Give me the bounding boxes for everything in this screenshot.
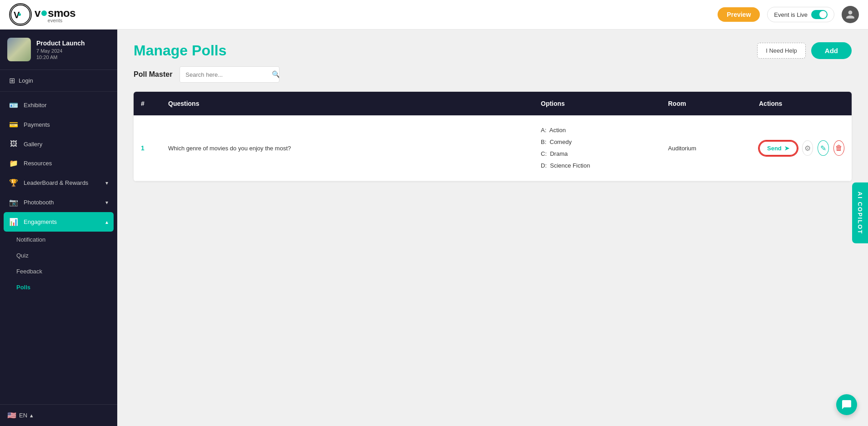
event-live-label: Event is Live [774, 11, 808, 18]
sidebar-sub-notification[interactable]: Notification [16, 232, 117, 248]
resources-icon: 📁 [9, 159, 18, 168]
flag-icon: 🇺🇸 [7, 411, 16, 420]
payments-icon: 💳 [9, 120, 18, 129]
col-header-room: Room [661, 92, 752, 115]
col-header-actions: Actions [752, 92, 852, 115]
settings-button[interactable]: ⚙ [802, 140, 813, 156]
col-header-options: Options [534, 92, 661, 115]
event-title: Product Launch [36, 39, 85, 47]
photobooth-icon: 📷 [9, 198, 18, 207]
content-header: Manage Polls I Need Help Add [117, 30, 868, 66]
search-wrap: 🔍 [180, 66, 279, 83]
sidebar-footer: 🇺🇸 EN ▴ [0, 404, 117, 426]
login-label: Login [19, 77, 33, 84]
leaderboard-icon: 🏆 [9, 178, 18, 187]
delete-button[interactable]: 🗑 [833, 140, 844, 156]
table-header: # Questions Options Room Actions [134, 92, 852, 115]
ai-copilot-tab[interactable]: AI COPILOT [852, 183, 868, 243]
engagments-submenu: Notification Quiz Feedback Polls [0, 232, 117, 295]
send-icon: ➤ [784, 145, 789, 152]
send-button[interactable]: Send ➤ [759, 141, 798, 156]
page-title: Manage Polls [134, 42, 227, 59]
login-icon: ⊞ [9, 76, 15, 85]
live-toggle-switch[interactable] [811, 10, 828, 19]
logo: V v●smos events [9, 3, 75, 26]
toggle-knob [819, 11, 827, 18]
sidebar-item-leaderboard[interactable]: 🏆 LeaderBoard & Rewards ▾ [0, 173, 117, 193]
sidebar-item-exhibitor[interactable]: 🪪 Exhibitor [0, 95, 117, 115]
row-room: Auditorium [661, 136, 752, 161]
option-d: D: Science Fiction [541, 160, 653, 172]
sidebar-item-gallery[interactable]: 🖼 Gallery [0, 134, 117, 154]
sidebar-sub-feedback[interactable]: Feedback [16, 263, 117, 279]
event-time: 10:20 AM [36, 54, 85, 60]
sidebar-item-engagments[interactable]: 📊 Engagments ▴ [4, 212, 114, 232]
row-number: 1 [134, 135, 161, 161]
gallery-label: Gallery [24, 141, 108, 148]
help-button[interactable]: I Need Help [757, 43, 806, 59]
sidebar-navigation: 🪪 Exhibitor 💳 Payments 🖼 Gallery 📁 Resou… [0, 92, 117, 404]
engagments-arrow-icon: ▴ [105, 219, 108, 225]
poll-master-row: Poll Master 🔍 [117, 66, 868, 92]
leaderboard-label: LeaderBoard & Rewards [24, 179, 100, 186]
logo-icon: V [9, 3, 32, 26]
exhibitor-label: Exhibitor [24, 102, 108, 109]
event-thumbnail [7, 38, 31, 61]
header-actions: I Need Help Add [757, 42, 852, 59]
photobooth-label: Photobooth [24, 199, 100, 206]
engagments-icon: 📊 [9, 218, 18, 226]
chat-bubble[interactable] [836, 394, 857, 415]
resources-label: Resources [24, 160, 108, 167]
add-button[interactable]: Add [811, 42, 852, 59]
col-header-questions: Questions [161, 92, 534, 115]
engagments-label: Engagments [24, 218, 100, 225]
content-area: Manage Polls I Need Help Add Poll Master… [117, 30, 868, 426]
main-layout: Product Launch 7 May 2024 10:20 AM ⊞ Log… [0, 30, 868, 426]
sidebar-event-info: Product Launch 7 May 2024 10:20 AM [0, 30, 117, 70]
poll-master-label: Poll Master [134, 70, 172, 79]
sidebar-item-payments[interactable]: 💳 Payments [0, 115, 117, 134]
nav-actions: Preview Event is Live [718, 6, 859, 23]
payments-label: Payments [24, 121, 108, 128]
sidebar-sub-quiz[interactable]: Quiz [16, 248, 117, 263]
avatar[interactable] [842, 6, 859, 23]
table-row: 1 Which genre of movies do you enjoy the… [134, 115, 852, 181]
sidebar-item-photobooth[interactable]: 📷 Photobooth ▾ [0, 193, 117, 212]
photobooth-arrow-icon: ▾ [105, 199, 108, 206]
sidebar-item-resources[interactable]: 📁 Resources [0, 154, 117, 173]
leaderboard-arrow-icon: ▾ [105, 180, 108, 186]
event-details: Product Launch 7 May 2024 10:20 AM [36, 39, 85, 60]
option-a: A: Action [541, 124, 653, 136]
edit-button[interactable]: ✎ [818, 140, 828, 156]
search-button[interactable]: 🔍 [267, 67, 279, 82]
send-label: Send [767, 145, 782, 152]
row-question: Which genre of movies do you enjoy the m… [161, 136, 534, 161]
event-date: 7 May 2024 [36, 48, 85, 54]
gallery-icon: 🖼 [9, 140, 18, 148]
top-nav: V v●smos events Preview Event is Live [0, 0, 868, 30]
option-b: B: Comedy [541, 136, 653, 148]
lang-chevron-icon: ▴ [30, 412, 33, 419]
sidebar-login[interactable]: ⊞ Login [0, 70, 117, 92]
logo-subtitle: events [35, 18, 75, 23]
svg-point-2 [18, 13, 21, 16]
language-selector[interactable]: 🇺🇸 EN ▴ [7, 411, 110, 420]
event-live-toggle[interactable]: Event is Live [767, 7, 834, 22]
preview-button[interactable]: Preview [718, 7, 760, 22]
row-actions: Send ➤ ⚙ ✎ 🗑 [752, 131, 852, 165]
search-input[interactable] [180, 68, 267, 82]
language-code: EN [19, 412, 27, 419]
option-c: C: Drama [541, 148, 653, 160]
row-options: A: Action B: Comedy C: Drama D: Science … [534, 115, 661, 181]
col-header-number: # [134, 92, 161, 115]
sidebar: Product Launch 7 May 2024 10:20 AM ⊞ Log… [0, 30, 117, 426]
polls-table: # Questions Options Room Actions 1 Which… [134, 92, 852, 181]
exhibitor-icon: 🪪 [9, 101, 18, 109]
sidebar-sub-polls[interactable]: Polls [16, 279, 117, 295]
